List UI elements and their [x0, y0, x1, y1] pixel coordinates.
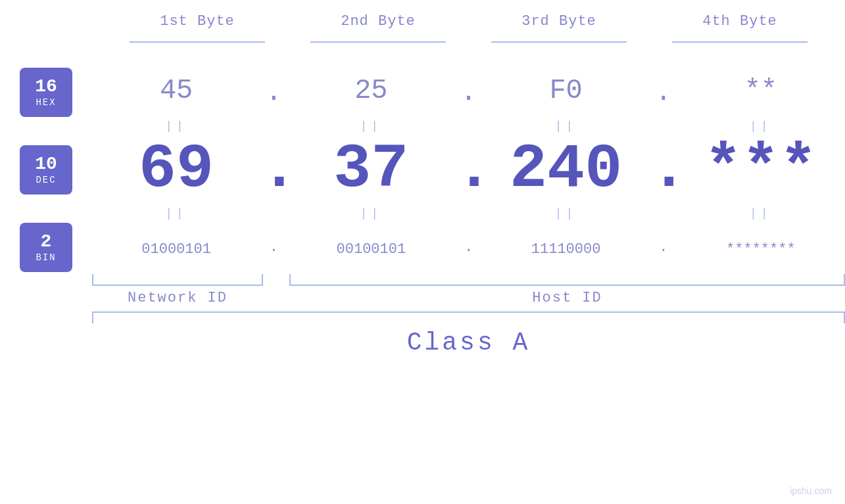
- hex-badge: 16 HEX: [20, 68, 72, 117]
- bin-values-row: 01000101 . 00100101 . 11110000 . *******…: [92, 235, 845, 261]
- bracket-1: [130, 41, 265, 43]
- bin-badge-col: 2 BIN: [0, 223, 92, 272]
- eq2-4: ||: [677, 204, 845, 223]
- bin-base-number: 2: [41, 232, 52, 252]
- hex-val-1: 45: [92, 75, 260, 110]
- watermark: ipshu.com: [790, 486, 832, 496]
- byte3-header: 3rd Byte: [469, 13, 650, 30]
- dec-dot-2: .: [456, 139, 482, 201]
- class-bracket: [92, 311, 845, 323]
- hex-base-number: 16: [35, 77, 57, 97]
- byte1-header: 1st Byte: [107, 13, 288, 30]
- dec-base-label: DEC: [36, 175, 56, 185]
- bracket-cell-3: [469, 36, 650, 48]
- eq2-3: ||: [482, 204, 650, 223]
- byte2-header: 2nd Byte: [288, 13, 469, 30]
- bin-row-container: 2 BIN 01000101 . 00100101 . 11110000 . *…: [0, 223, 845, 272]
- main-container: 1st Byte 2nd Byte 3rd Byte 4th Byte 16 H…: [0, 0, 845, 504]
- dec-row-container: 10 DEC 69 . 37 . 240 . ***: [0, 135, 845, 204]
- bin-dot-2: .: [456, 239, 482, 256]
- dot-1: .: [260, 77, 287, 108]
- hex-row-container: 16 HEX 45 . 25 . F0 . **: [0, 68, 845, 117]
- bracket-2: [310, 41, 446, 43]
- dot-3: .: [650, 77, 677, 108]
- dec-badge: 10 DEC: [20, 145, 72, 195]
- dec-dot-3: .: [650, 139, 677, 201]
- bracket-cell-1: [107, 36, 288, 48]
- bracket-cell-2: [288, 36, 469, 48]
- hex-base-label: HEX: [36, 97, 56, 108]
- eq1-3: ||: [482, 117, 650, 135]
- hex-values-row: 45 . 25 . F0 . **: [92, 75, 845, 110]
- dec-val-2: 37: [287, 135, 455, 204]
- hex-badge-col: 16 HEX: [0, 68, 92, 117]
- dec-val-4: ***: [677, 135, 845, 204]
- network-id-label: Network ID: [92, 290, 263, 306]
- host-bracket: [289, 274, 845, 286]
- hex-val-2: 25: [287, 75, 455, 110]
- host-id-label: Host ID: [289, 290, 845, 306]
- eq-row2-container: || || || ||: [0, 204, 845, 223]
- network-bracket-wrap: [92, 274, 263, 286]
- eq2-1: ||: [92, 204, 260, 223]
- byte4-header: 4th Byte: [650, 13, 831, 30]
- eq-row1-container: || || || ||: [0, 117, 845, 135]
- eq-row1: || || || ||: [92, 117, 845, 135]
- bin-dot-3: .: [650, 239, 677, 256]
- eq1-1: ||: [92, 117, 260, 135]
- bin-val-1: 01000101: [92, 235, 260, 261]
- bracket-cell-4: [650, 36, 831, 48]
- bin-val-4: ********: [677, 235, 845, 261]
- byte-headers: 1st Byte 2nd Byte 3rd Byte 4th Byte: [107, 13, 831, 30]
- class-label: Class A: [407, 329, 531, 357]
- dec-values-row: 69 . 37 . 240 . ***: [92, 135, 845, 204]
- hex-val-3: F0: [482, 75, 650, 110]
- hex-val-4: **: [677, 75, 845, 110]
- dec-badge-col: 10 DEC: [0, 145, 92, 195]
- bin-dot-1: .: [260, 239, 287, 256]
- class-label-row: Class A: [92, 329, 845, 357]
- eq2-2: ||: [287, 204, 455, 223]
- dec-val-1: 69: [92, 135, 260, 204]
- dec-dot-1: .: [260, 139, 287, 201]
- eq-row2: || || || ||: [92, 204, 845, 223]
- bottom-brackets-container: [92, 274, 845, 286]
- network-bracket: [92, 274, 263, 286]
- top-brackets-row: [107, 36, 831, 48]
- bin-badge: 2 BIN: [20, 223, 72, 272]
- id-labels-row: Network ID Host ID: [92, 290, 845, 306]
- eq1-2: ||: [287, 117, 455, 135]
- class-bracket-wrap: [92, 311, 845, 323]
- bin-val-2: 00100101: [287, 235, 455, 261]
- dot-2: .: [456, 77, 482, 108]
- bracket-3: [491, 41, 627, 43]
- eq1-4: ||: [677, 117, 845, 135]
- bin-val-3: 11110000: [482, 235, 650, 261]
- dec-val-3: 240: [482, 135, 650, 204]
- bin-base-label: BIN: [36, 252, 56, 263]
- dec-base-number: 10: [35, 154, 57, 175]
- bracket-4: [672, 41, 808, 43]
